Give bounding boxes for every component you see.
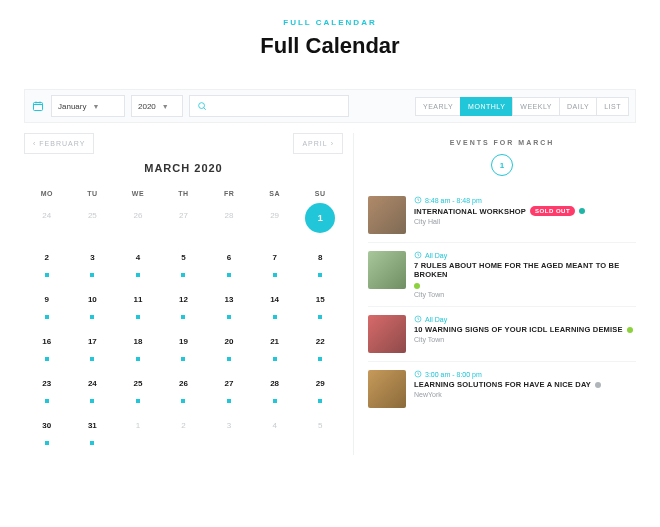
event-thumbnail bbox=[368, 196, 406, 234]
calendar-day[interactable]: 3 bbox=[206, 413, 252, 455]
calendar-day[interactable]: 2 bbox=[161, 413, 207, 455]
event-item[interactable]: All Day7 RULES ABOUT HOME FOR THE AGED M… bbox=[368, 243, 636, 307]
calendar-day[interactable]: 4 bbox=[252, 413, 298, 455]
event-indicator-dot bbox=[45, 357, 49, 361]
calendar-day[interactable]: 28 bbox=[206, 203, 252, 245]
weekday-label: SU bbox=[297, 184, 343, 203]
event-indicator-dot bbox=[318, 357, 322, 361]
calendar-day[interactable]: 20 bbox=[206, 329, 252, 371]
calendar-day[interactable]: 2 bbox=[24, 245, 70, 287]
calendar-day[interactable]: 11 bbox=[115, 287, 161, 329]
calendar-day[interactable]: 7 bbox=[252, 245, 298, 287]
event-list: 8:48 am - 8:48 pmINTERNATIONAL WORKSHOP … bbox=[368, 188, 636, 416]
caret-down-icon: ▼ bbox=[162, 103, 169, 110]
calendar-day[interactable]: 31 bbox=[70, 413, 116, 455]
calendar-day[interactable]: 27 bbox=[206, 371, 252, 413]
event-indicator-dot bbox=[45, 273, 49, 277]
view-monthly[interactable]: MONTHLY bbox=[460, 97, 513, 116]
event-indicator-dot bbox=[181, 399, 185, 403]
calendar-day[interactable]: 22 bbox=[297, 329, 343, 371]
prev-month-label: FEBRUARY bbox=[39, 140, 85, 147]
calendar-day[interactable]: 14 bbox=[252, 287, 298, 329]
calendar-day[interactable]: 19 bbox=[161, 329, 207, 371]
calendar-day[interactable]: 4 bbox=[115, 245, 161, 287]
weekday-label: WE bbox=[115, 184, 161, 203]
chevron-left-icon: ‹ bbox=[33, 140, 36, 147]
clock-icon bbox=[414, 251, 422, 259]
event-location: City Town bbox=[414, 291, 636, 298]
calendar-day[interactable]: 12 bbox=[161, 287, 207, 329]
event-indicator-dot bbox=[136, 357, 140, 361]
event-indicator-dot bbox=[45, 441, 49, 445]
calendar-day[interactable]: 6 bbox=[206, 245, 252, 287]
next-month-button[interactable]: APRIL › bbox=[293, 133, 343, 154]
event-indicator-dot bbox=[318, 399, 322, 403]
view-yearly[interactable]: YEARLY bbox=[415, 97, 461, 116]
calendar-day[interactable]: 1 bbox=[115, 413, 161, 455]
calendar-grid: 2425262728291234567891011121314151617181… bbox=[24, 203, 343, 455]
calendar-day[interactable]: 26 bbox=[115, 203, 161, 245]
status-dot bbox=[414, 283, 420, 289]
calendar-day[interactable]: 29 bbox=[297, 371, 343, 413]
event-location: City Town bbox=[414, 336, 636, 343]
event-indicator-dot bbox=[318, 315, 322, 319]
event-time: All Day bbox=[414, 315, 636, 323]
calendar-day[interactable]: 28 bbox=[252, 371, 298, 413]
selected-day-badge[interactable]: 1 bbox=[491, 154, 513, 176]
year-select-value: 2020 bbox=[138, 102, 156, 111]
view-daily[interactable]: DAILY bbox=[559, 97, 597, 116]
calendar-day[interactable]: 15 bbox=[297, 287, 343, 329]
calendar-day[interactable]: 5 bbox=[297, 413, 343, 455]
eyebrow-label: FULL CALENDAR bbox=[0, 18, 660, 27]
calendar-day[interactable]: 26 bbox=[161, 371, 207, 413]
calendar-day[interactable]: 30 bbox=[24, 413, 70, 455]
content-area: ‹ FEBRUARY APRIL › MARCH 2020 MOTUWETHFR… bbox=[0, 133, 660, 471]
event-indicator-dot bbox=[318, 273, 322, 277]
status-dot bbox=[579, 208, 585, 214]
month-select[interactable]: January ▼ bbox=[51, 95, 125, 117]
event-indicator-dot bbox=[90, 399, 94, 403]
event-item[interactable]: 8:48 am - 8:48 pmINTERNATIONAL WORKSHOP … bbox=[368, 188, 636, 243]
calendar-day[interactable]: 9 bbox=[24, 287, 70, 329]
event-indicator-dot bbox=[227, 399, 231, 403]
toolbar: January ▼ 2020 ▼ YEARLYMONTHLYWEEKLYDAIL… bbox=[24, 89, 636, 123]
calendar-day[interactable]: 5 bbox=[161, 245, 207, 287]
calendar-day[interactable]: 24 bbox=[70, 371, 116, 413]
calendar-day[interactable]: 25 bbox=[115, 371, 161, 413]
view-weekly[interactable]: WEEKLY bbox=[512, 97, 560, 116]
search-field[interactable] bbox=[189, 95, 349, 117]
calendar-day[interactable]: 25 bbox=[70, 203, 116, 245]
search-input[interactable] bbox=[212, 102, 342, 111]
event-indicator-dot bbox=[136, 399, 140, 403]
calendar-icon bbox=[31, 99, 45, 113]
calendar-day[interactable]: 13 bbox=[206, 287, 252, 329]
calendar-day[interactable]: 18 bbox=[115, 329, 161, 371]
events-heading: EVENTS FOR MARCH bbox=[368, 139, 636, 146]
status-dot bbox=[627, 327, 633, 333]
calendar-day[interactable]: 23 bbox=[24, 371, 70, 413]
event-location: City Hall bbox=[414, 218, 636, 225]
event-body: All Day10 WARNING SIGNS OF YOUR ICDL LEA… bbox=[414, 315, 636, 353]
clock-icon bbox=[414, 370, 422, 378]
event-indicator-dot bbox=[136, 273, 140, 277]
event-indicator-dot bbox=[90, 315, 94, 319]
calendar-day[interactable]: 3 bbox=[70, 245, 116, 287]
prev-month-button[interactable]: ‹ FEBRUARY bbox=[24, 133, 94, 154]
calendar-day[interactable]: 8 bbox=[297, 245, 343, 287]
event-indicator-dot bbox=[181, 357, 185, 361]
calendar-day[interactable]: 27 bbox=[161, 203, 207, 245]
year-select[interactable]: 2020 ▼ bbox=[131, 95, 183, 117]
view-list[interactable]: LIST bbox=[596, 97, 629, 116]
calendar-day[interactable]: 17 bbox=[70, 329, 116, 371]
calendar-day[interactable]: 16 bbox=[24, 329, 70, 371]
event-body: 3:00 am - 8:00 pmLEARNING SOLUTIONS FOR … bbox=[414, 370, 636, 408]
event-item[interactable]: 3:00 am - 8:00 pmLEARNING SOLUTIONS FOR … bbox=[368, 362, 636, 416]
event-indicator-dot bbox=[90, 441, 94, 445]
event-item[interactable]: All Day10 WARNING SIGNS OF YOUR ICDL LEA… bbox=[368, 307, 636, 362]
event-title: 10 WARNING SIGNS OF YOUR ICDL LEARNING D… bbox=[414, 325, 636, 334]
calendar-day[interactable]: 10 bbox=[70, 287, 116, 329]
calendar-day[interactable]: 24 bbox=[24, 203, 70, 245]
calendar-day[interactable]: 21 bbox=[252, 329, 298, 371]
calendar-day[interactable]: 29 bbox=[252, 203, 298, 245]
calendar-day[interactable]: 1 bbox=[297, 203, 343, 245]
